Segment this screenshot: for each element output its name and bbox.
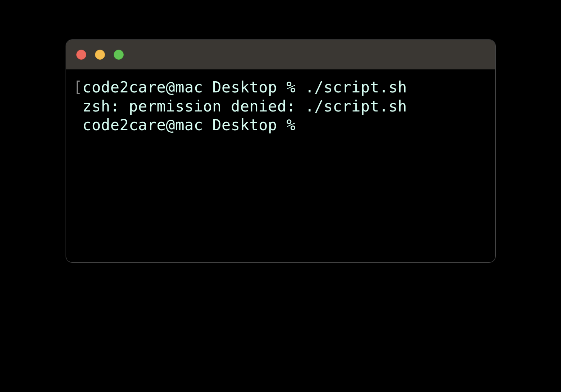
- terminal-body[interactable]: [code2care@mac Desktop % ./script.sh zsh…: [66, 69, 495, 262]
- titlebar[interactable]: [66, 40, 495, 69]
- prompt-bracket: [: [73, 78, 83, 97]
- maximize-icon[interactable]: [114, 50, 124, 60]
- indent: [73, 97, 83, 116]
- shell-prompt: code2care@mac Desktop %: [82, 116, 305, 135]
- terminal-line: [code2care@mac Desktop % ./script.sh: [73, 78, 488, 97]
- indent: [73, 116, 83, 135]
- terminal-line: zsh: permission denied: ./script.sh: [73, 97, 488, 116]
- output-text: zsh: permission denied: ./script.sh: [82, 97, 407, 116]
- terminal-window: [code2care@mac Desktop % ./script.sh zsh…: [66, 40, 496, 263]
- minimize-icon[interactable]: [95, 50, 105, 60]
- command-text: ./script.sh: [305, 78, 407, 97]
- terminal-line: code2care@mac Desktop %: [73, 116, 488, 135]
- shell-prompt: code2care@mac Desktop %: [82, 78, 305, 97]
- close-icon[interactable]: [76, 50, 86, 60]
